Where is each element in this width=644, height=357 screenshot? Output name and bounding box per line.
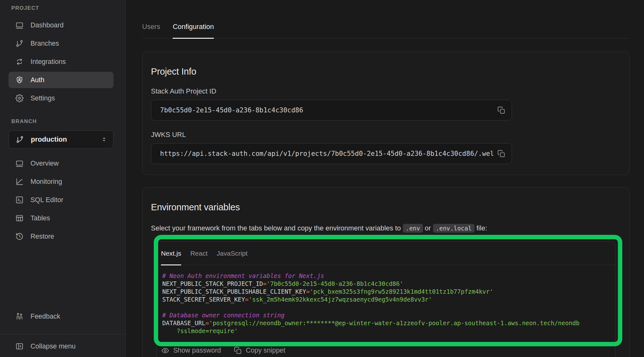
code-var-name: NEXT_PUBLIC_STACK_PROJECT_ID [162, 280, 263, 287]
sidebar-item-label: SQL Editor [31, 196, 63, 204]
monitoring-chart-icon [15, 178, 24, 186]
show-password-button[interactable]: Show password [161, 346, 221, 355]
settings-gear-icon [15, 94, 24, 102]
sidebar-item-label: Integrations [31, 58, 66, 66]
project-info-card: Project Info Stack Auth Project ID 7b0c5… [142, 52, 630, 175]
dashboard-icon [15, 21, 24, 29]
copy-icon [497, 106, 506, 115]
main-content: Users Configuration Project Info Stack A… [126, 0, 644, 357]
jwks-url-label: JWKS URL [151, 130, 621, 139]
branch-selector[interactable]: production [8, 130, 114, 149]
code-var-name: NEXT_PUBLIC_STACK_PUBLISHABLE_CLIENT_KEY [162, 288, 306, 295]
sidebar-item-label: Overview [31, 160, 59, 167]
code-equals: = [245, 296, 248, 303]
sidebar-item-label: Auth [31, 76, 44, 84]
sidebar-item-label: Branches [31, 40, 59, 48]
sidebar-item-overview[interactable]: Overview [8, 155, 114, 172]
chevron-updown-icon [101, 136, 108, 143]
code-blank-line [162, 303, 609, 311]
code-string-continuation: ?sslmode=require' [162, 327, 238, 334]
app-window: PROJECT Dashboard Branches Integrations … [0, 0, 644, 357]
sidebar-footer: Feedback Collapse menu [8, 308, 114, 357]
sidebar-item-monitoring[interactable]: Monitoring [8, 173, 114, 190]
code-string: '7b0c55d0-2e15-45d0-a236-8b1c4c30cd86' [267, 280, 403, 287]
framework-tabbar: Next.js React JavaScript [157, 242, 615, 265]
sidebar: PROJECT Dashboard Branches Integrations … [0, 0, 126, 357]
project-info-title: Project Info [151, 66, 621, 77]
sidebar-item-label: Dashboard [31, 21, 64, 29]
project-id-label: Stack Auth Project ID [151, 87, 621, 96]
project-nav: Dashboard Branches Integrations Auth Set… [8, 17, 114, 106]
sidebar-item-sql-editor[interactable]: SQL Editor [8, 192, 114, 208]
jwks-url-value: https://api.stack-auth.com/api/v1/projec… [160, 150, 493, 157]
sidebar-item-auth[interactable]: Auth [8, 72, 114, 88]
copy-snippet-button[interactable]: Copy snippet [234, 346, 286, 355]
branch-icon [16, 135, 24, 144]
project-section-label: PROJECT [8, 5, 114, 11]
feedback-users-icon [15, 312, 24, 320]
sidebar-item-integrations[interactable]: Integrations [8, 54, 114, 70]
env-vars-description: Select your framework from the tabs belo… [151, 224, 621, 233]
sidebar-item-restore[interactable]: Restore [8, 228, 114, 245]
branch-selector-value: production [31, 135, 67, 144]
code-equals: = [306, 288, 310, 295]
description-or: or [423, 224, 433, 232]
description-suffix: file: [475, 224, 487, 232]
feedback-button[interactable]: Feedback [8, 308, 114, 325]
jwks-url-field[interactable]: https://api.stack-auth.com/api/v1/projec… [151, 143, 512, 164]
env-vars-title: Environment variables [151, 201, 621, 213]
collapse-menu-icon [15, 342, 24, 350]
tab-react[interactable]: React [190, 242, 208, 265]
branch-section-label: BRANCH [8, 118, 114, 125]
branches-icon [15, 39, 24, 48]
collapse-menu-label: Collapse menu [31, 343, 75, 350]
feedback-label: Feedback [31, 313, 60, 320]
project-id-field[interactable]: 7b0c55d0-2e15-45d0-a236-8b1c4c30cd86 [151, 100, 512, 121]
tab-nextjs[interactable]: Next.js [161, 242, 181, 265]
code-string: 'pck_bxem325s3fng9rw5z89213k1md4tt01tz1b… [310, 288, 493, 295]
eye-icon [161, 346, 169, 355]
sidebar-item-label: Tables [31, 214, 50, 222]
code-comment: # Neon Auth environment variables for Ne… [162, 272, 324, 279]
copy-snippet-label: Copy snippet [246, 347, 286, 354]
branch-nav: Overview Monitoring SQL Editor Tables Re… [8, 155, 114, 245]
tables-icon [15, 214, 24, 222]
code-string: 'postgresql://neondb_owner:********@ep-w… [209, 320, 580, 326]
sidebar-item-branches[interactable]: Branches [8, 35, 114, 52]
page-tabbar: Users Configuration [142, 22, 630, 38]
sidebar-item-label: Settings [31, 94, 55, 102]
env-vars-card: Environment variables Select your framew… [142, 187, 630, 357]
code-comment: # Database owner connection string [162, 312, 285, 319]
tab-javascript[interactable]: JavaScript [217, 242, 247, 265]
restore-history-icon [15, 232, 24, 241]
code-var-name: STACK_SECRET_SERVER_KEY [162, 296, 245, 303]
tab-configuration[interactable]: Configuration [173, 22, 214, 38]
copy-jwks-url-button[interactable] [497, 149, 506, 158]
env-chip: .env [403, 224, 423, 233]
sidebar-item-label: Monitoring [31, 178, 62, 186]
sidebar-item-settings[interactable]: Settings [8, 90, 114, 106]
description-prefix: Select your framework from the tabs belo… [151, 224, 403, 232]
integrations-icon [15, 58, 24, 66]
code-footer: Show password Copy snippet [157, 340, 615, 355]
tab-users[interactable]: Users [142, 22, 160, 38]
sql-editor-icon [15, 196, 24, 204]
sidebar-item-label: Restore [31, 233, 54, 241]
collapse-menu-button[interactable]: Collapse menu [8, 338, 114, 354]
env-local-chip: .env.local [433, 224, 475, 233]
sidebar-divider [0, 334, 125, 334]
code-block: # Neon Auth environment variables for Ne… [157, 265, 615, 340]
code-equals: = [205, 320, 209, 326]
show-password-label: Show password [173, 347, 221, 354]
code-equals: = [263, 280, 266, 287]
overview-icon [15, 159, 24, 167]
sidebar-item-dashboard[interactable]: Dashboard [8, 17, 114, 33]
code-string: 'ssk_2m5h4emk92kkexc54jz7wqzsaenycd9eg5v… [249, 296, 432, 303]
copy-icon [497, 150, 506, 158]
project-id-value: 7b0c55d0-2e15-45d0-a236-8b1c4c30cd86 [160, 106, 493, 114]
sidebar-item-tables[interactable]: Tables [8, 210, 114, 226]
copy-project-id-button[interactable] [497, 105, 506, 115]
code-var-name: DATABASE_URL [162, 320, 205, 326]
auth-shield-user-icon [15, 76, 24, 84]
code-snippet-panel: Next.js React JavaScript # Neon Auth env… [156, 241, 615, 357]
